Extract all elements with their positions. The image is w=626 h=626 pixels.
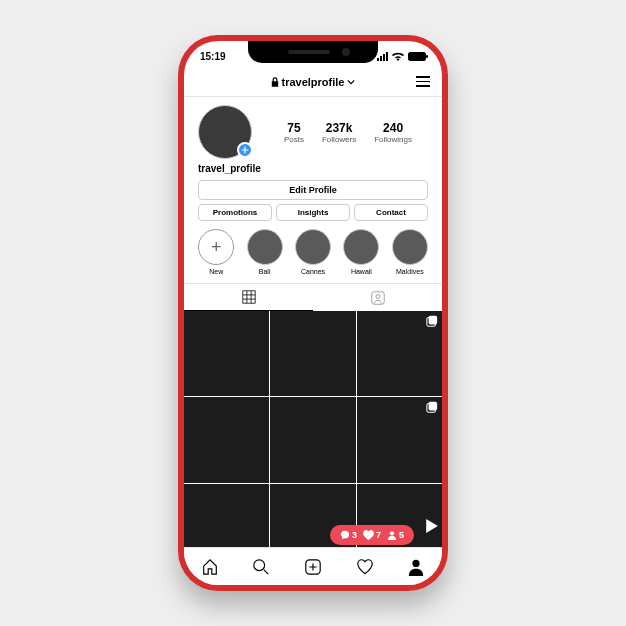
promotions-button[interactable]: Promotions (198, 204, 272, 221)
top-bar: travelprofile (184, 67, 442, 97)
multi-post-icon (426, 401, 438, 413)
status-indicators (377, 52, 426, 61)
toast-likes: 7 (363, 530, 381, 540)
highlight-bali[interactable]: Bali (244, 229, 284, 275)
nav-home[interactable] (200, 557, 220, 577)
lock-icon (271, 77, 279, 87)
wifi-icon (392, 52, 404, 61)
home-icon (201, 558, 219, 576)
post-cell[interactable] (184, 397, 269, 482)
post-cell[interactable] (357, 397, 442, 482)
nav-profile[interactable] (406, 557, 426, 577)
highlight-cannes[interactable]: Cannes (293, 229, 333, 275)
edit-profile-button[interactable]: Edit Profile (198, 180, 428, 200)
followings-stat[interactable]: 240 Followings (374, 121, 412, 144)
post-cell[interactable] (270, 311, 355, 396)
play-icon (426, 519, 438, 533)
phone-frame: 15:19 travelprofile (178, 35, 448, 591)
nav-create[interactable] (303, 557, 323, 577)
chevron-down-icon (347, 79, 355, 85)
activity-toast[interactable]: 3 7 5 (330, 525, 414, 545)
tagged-icon (371, 291, 385, 305)
username-label: travel_profile (184, 163, 442, 180)
battery-icon (408, 52, 426, 61)
profile-header: 75 Posts 237k Followers 240 Followings (184, 97, 442, 163)
plus-icon: + (198, 229, 234, 265)
svg-point-1 (376, 294, 380, 298)
post-cell[interactable] (184, 484, 269, 547)
search-icon (252, 558, 270, 576)
add-story-button[interactable] (237, 142, 253, 158)
profile-icon (407, 558, 425, 576)
svg-point-6 (390, 531, 394, 535)
screen: 15:19 travelprofile (184, 41, 442, 585)
status-time: 15:19 (200, 51, 226, 62)
notch (248, 41, 378, 63)
signal-icon (377, 52, 388, 61)
post-cell[interactable] (270, 397, 355, 482)
nav-search[interactable] (251, 557, 271, 577)
profile-tabs (184, 283, 442, 311)
posts-stat[interactable]: 75 Posts (284, 121, 304, 144)
nav-activity[interactable] (355, 557, 375, 577)
toast-comments: 3 (340, 530, 357, 540)
avatar[interactable] (198, 105, 252, 159)
highlight-hawaii[interactable]: Hawaii (341, 229, 381, 275)
svg-point-7 (254, 559, 265, 570)
bottom-nav (184, 547, 442, 585)
post-cell[interactable] (184, 311, 269, 396)
contact-button[interactable]: Contact (354, 204, 428, 221)
profile-title[interactable]: travelprofile (271, 76, 356, 88)
toast-follows: 5 (387, 530, 404, 540)
posts-grid (184, 311, 442, 547)
action-buttons: Promotions Insights Contact (184, 204, 442, 229)
person-icon (387, 530, 397, 540)
menu-icon[interactable] (416, 76, 430, 87)
plus-square-icon (304, 558, 322, 576)
multi-post-icon (426, 315, 438, 327)
svg-point-9 (413, 559, 420, 566)
highlight-new[interactable]: + New (196, 229, 236, 275)
post-cell[interactable] (357, 311, 442, 396)
heart-icon (363, 530, 374, 540)
followers-stat[interactable]: 237k Followers (322, 121, 356, 144)
highlight-maldives[interactable]: Maldives (390, 229, 430, 275)
insights-button[interactable]: Insights (276, 204, 350, 221)
stats: 75 Posts 237k Followers 240 Followings (268, 121, 428, 144)
comment-icon (340, 530, 350, 540)
grid-icon (242, 290, 256, 304)
tab-grid[interactable] (184, 284, 313, 311)
tab-tagged[interactable] (313, 284, 442, 311)
highlights-row: + New Bali Cannes Hawaii Maldives (184, 229, 442, 283)
heart-outline-icon (356, 558, 374, 575)
